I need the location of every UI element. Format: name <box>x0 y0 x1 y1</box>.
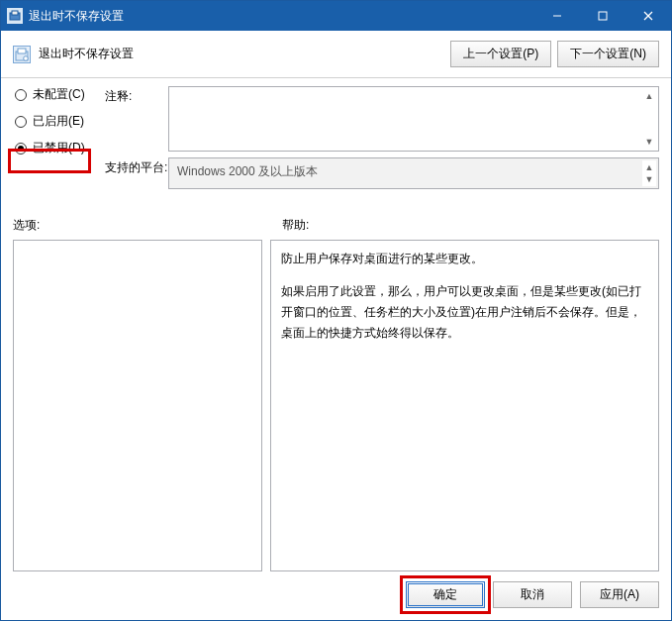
radio-disabled[interactable]: 已禁用(D) <box>15 140 85 156</box>
help-paragraph: 防止用户保存对桌面进行的某些更改。 <box>281 249 648 269</box>
scroll-up-icon[interactable]: ▲ <box>642 89 656 103</box>
platform-value: Windows 2000 及以上版本 <box>177 164 318 178</box>
radio-label: 未配置(C) <box>33 86 85 103</box>
radio-label: 已禁用(D) <box>33 140 85 156</box>
policy-title: 退出时不保存设置 <box>39 46 442 62</box>
ok-button[interactable]: 确定 <box>406 581 485 608</box>
title-text: 退出时不保存设置 <box>29 8 124 25</box>
scroll-down-icon[interactable]: ▼ <box>642 135 656 149</box>
app-icon <box>7 8 23 24</box>
help-textbox[interactable]: 防止用户保存对桌面进行的某些更改。 如果启用了此设置，那么，用户可以更改桌面，但… <box>270 240 659 571</box>
divider <box>1 77 671 78</box>
svg-rect-3 <box>599 12 607 20</box>
radio-icon <box>15 143 27 155</box>
help-label: 帮助: <box>282 217 309 234</box>
options-listbox[interactable] <box>13 240 262 571</box>
platform-label: 支持的平台: <box>105 157 168 176</box>
radio-enabled[interactable]: 已启用(E) <box>15 113 85 130</box>
options-label: 选项: <box>13 217 282 234</box>
platform-textbox: Windows 2000 及以上版本 ▲ ▼ <box>168 157 659 189</box>
close-button[interactable] <box>625 1 671 31</box>
radio-label: 已启用(E) <box>33 113 84 130</box>
apply-button[interactable]: 应用(A) <box>580 581 659 608</box>
prev-setting-button[interactable]: 上一个设置(P) <box>450 41 551 67</box>
comment-label: 注释: <box>105 86 168 105</box>
svg-rect-7 <box>18 49 26 53</box>
policy-icon <box>13 46 31 63</box>
svg-point-8 <box>24 55 29 60</box>
svg-rect-1 <box>12 11 18 15</box>
radio-icon <box>15 89 27 101</box>
radio-not-configured[interactable]: 未配置(C) <box>15 86 85 103</box>
scroll-down-icon[interactable]: ▼ <box>642 172 656 186</box>
help-paragraph: 如果启用了此设置，那么，用户可以更改桌面，但是某些更改(如已打开窗口的位置、任务… <box>281 281 648 344</box>
maximize-button[interactable] <box>580 1 625 31</box>
comment-textarea[interactable]: ▲ ▼ <box>168 86 659 152</box>
titlebar: 退出时不保存设置 <box>1 1 671 31</box>
window-controls <box>534 1 671 31</box>
policy-editor-window: 退出时不保存设置 退出时不保存设置 上一个设置(P) 下一个设置(N) 未配 <box>0 0 672 621</box>
next-setting-button[interactable]: 下一个设置(N) <box>557 41 659 67</box>
minimize-button[interactable] <box>534 1 580 31</box>
radio-icon <box>15 116 27 128</box>
cancel-button[interactable]: 取消 <box>493 581 572 608</box>
